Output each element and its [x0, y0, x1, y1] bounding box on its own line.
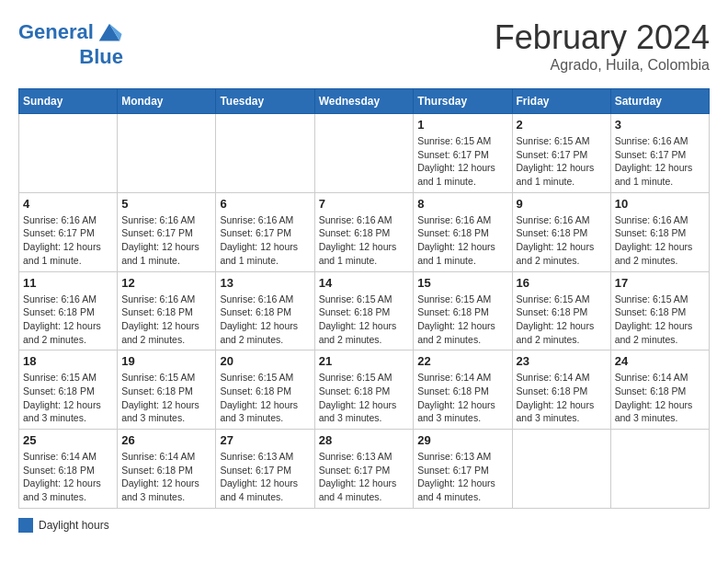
calendar-cell: 22Sunrise: 6:14 AMSunset: 6:18 PMDayligh…	[414, 350, 512, 430]
calendar-week-2: 4Sunrise: 6:16 AMSunset: 6:17 PMDaylight…	[19, 192, 710, 271]
day-number: 22	[417, 354, 507, 368]
day-info: Sunrise: 6:14 AMSunset: 6:18 PMDaylight:…	[615, 371, 705, 425]
calendar-header-row: SundayMondayTuesdayWednesdayThursdayFrid…	[19, 89, 710, 114]
calendar-cell: 9Sunrise: 6:16 AMSunset: 6:18 PMDaylight…	[512, 192, 610, 271]
calendar-cell: 23Sunrise: 6:14 AMSunset: 6:18 PMDayligh…	[512, 350, 610, 430]
day-number: 25	[23, 433, 113, 447]
calendar-cell: 3Sunrise: 6:16 AMSunset: 6:17 PMDaylight…	[610, 114, 709, 193]
day-info: Sunrise: 6:15 AMSunset: 6:17 PMDaylight:…	[517, 134, 607, 189]
day-info: Sunrise: 6:16 AMSunset: 6:17 PMDaylight:…	[23, 213, 113, 268]
day-number: 29	[417, 433, 507, 447]
day-info: Sunrise: 6:16 AMSunset: 6:18 PMDaylight:…	[417, 213, 507, 268]
logo: General Blue	[18, 18, 123, 68]
calendar-cell: 5Sunrise: 6:16 AMSunset: 6:17 PMDaylight…	[118, 192, 216, 271]
day-number: 21	[319, 354, 410, 368]
legend: Daylight hours	[18, 518, 710, 533]
calendar-cell: 25Sunrise: 6:14 AMSunset: 6:18 PMDayligh…	[19, 430, 118, 509]
calendar-cell: 28Sunrise: 6:13 AMSunset: 6:17 PMDayligh…	[314, 430, 414, 509]
day-info: Sunrise: 6:15 AMSunset: 6:18 PMDaylight:…	[319, 293, 410, 347]
day-number: 13	[220, 276, 310, 290]
day-number: 19	[121, 354, 211, 368]
day-info: Sunrise: 6:16 AMSunset: 6:17 PMDaylight:…	[121, 213, 211, 268]
day-number: 28	[319, 433, 410, 447]
day-info: Sunrise: 6:13 AMSunset: 6:17 PMDaylight:…	[319, 450, 410, 504]
day-number: 9	[517, 197, 607, 211]
calendar-cell: 21Sunrise: 6:15 AMSunset: 6:18 PMDayligh…	[314, 350, 414, 430]
title-block: February 2024 Agrado, Huila, Colombia	[495, 18, 710, 74]
month-title: February 2024	[495, 18, 710, 57]
calendar-week-1: 1Sunrise: 6:15 AMSunset: 6:17 PMDaylight…	[19, 114, 710, 193]
calendar-cell	[19, 114, 118, 193]
day-info: Sunrise: 6:14 AMSunset: 6:18 PMDaylight:…	[417, 371, 507, 425]
day-info: Sunrise: 6:15 AMSunset: 6:18 PMDaylight:…	[23, 371, 113, 425]
calendar-cell: 24Sunrise: 6:14 AMSunset: 6:18 PMDayligh…	[610, 350, 709, 430]
day-number: 2	[517, 118, 607, 132]
day-info: Sunrise: 6:16 AMSunset: 6:18 PMDaylight:…	[517, 213, 607, 268]
day-number: 10	[615, 197, 705, 211]
legend-label: Daylight hours	[39, 519, 109, 532]
day-info: Sunrise: 6:13 AMSunset: 6:17 PMDaylight:…	[417, 450, 507, 504]
day-info: Sunrise: 6:16 AMSunset: 6:18 PMDaylight:…	[23, 293, 113, 347]
day-info: Sunrise: 6:15 AMSunset: 6:18 PMDaylight:…	[121, 371, 211, 425]
calendar-cell: 27Sunrise: 6:13 AMSunset: 6:17 PMDayligh…	[216, 430, 314, 509]
day-number: 27	[220, 433, 310, 447]
calendar-header-friday: Friday	[512, 89, 610, 114]
day-number: 12	[121, 276, 211, 290]
calendar-cell: 20Sunrise: 6:15 AMSunset: 6:18 PMDayligh…	[216, 350, 314, 430]
day-info: Sunrise: 6:13 AMSunset: 6:17 PMDaylight:…	[220, 450, 310, 504]
calendar-header-thursday: Thursday	[414, 89, 512, 114]
day-number: 3	[615, 118, 705, 132]
calendar-cell: 15Sunrise: 6:15 AMSunset: 6:18 PMDayligh…	[414, 271, 512, 350]
day-info: Sunrise: 6:16 AMSunset: 6:18 PMDaylight:…	[121, 293, 211, 347]
calendar-table: SundayMondayTuesdayWednesdayThursdayFrid…	[18, 88, 710, 509]
calendar-cell: 1Sunrise: 6:15 AMSunset: 6:17 PMDaylight…	[414, 114, 512, 193]
day-info: Sunrise: 6:14 AMSunset: 6:18 PMDaylight:…	[517, 371, 607, 425]
calendar-cell: 29Sunrise: 6:13 AMSunset: 6:17 PMDayligh…	[414, 430, 512, 509]
day-info: Sunrise: 6:14 AMSunset: 6:18 PMDaylight:…	[121, 450, 211, 504]
logo-icon	[96, 18, 123, 46]
day-info: Sunrise: 6:16 AMSunset: 6:17 PMDaylight:…	[615, 134, 705, 189]
day-info: Sunrise: 6:15 AMSunset: 6:18 PMDaylight:…	[319, 371, 410, 425]
calendar-cell: 18Sunrise: 6:15 AMSunset: 6:18 PMDayligh…	[19, 350, 118, 430]
day-info: Sunrise: 6:15 AMSunset: 6:18 PMDaylight:…	[417, 293, 507, 347]
calendar-cell: 6Sunrise: 6:16 AMSunset: 6:17 PMDaylight…	[216, 192, 314, 271]
day-number: 4	[23, 197, 113, 211]
page-header: General Blue February 2024 Agrado, Huila…	[18, 18, 710, 74]
calendar-cell	[118, 114, 216, 193]
day-number: 1	[417, 118, 507, 132]
calendar-cell	[314, 114, 414, 193]
calendar-cell: 2Sunrise: 6:15 AMSunset: 6:17 PMDaylight…	[512, 114, 610, 193]
day-info: Sunrise: 6:16 AMSunset: 6:17 PMDaylight:…	[220, 213, 310, 268]
calendar-header-monday: Monday	[118, 89, 216, 114]
day-number: 20	[220, 354, 310, 368]
calendar-cell: 19Sunrise: 6:15 AMSunset: 6:18 PMDayligh…	[118, 350, 216, 430]
day-number: 11	[23, 276, 113, 290]
calendar-cell: 10Sunrise: 6:16 AMSunset: 6:18 PMDayligh…	[610, 192, 709, 271]
calendar-cell: 14Sunrise: 6:15 AMSunset: 6:18 PMDayligh…	[314, 271, 414, 350]
day-number: 6	[220, 197, 310, 211]
calendar-cell	[610, 430, 709, 509]
calendar-cell: 16Sunrise: 6:15 AMSunset: 6:18 PMDayligh…	[512, 271, 610, 350]
calendar-week-4: 18Sunrise: 6:15 AMSunset: 6:18 PMDayligh…	[19, 350, 710, 430]
calendar-cell: 8Sunrise: 6:16 AMSunset: 6:18 PMDaylight…	[414, 192, 512, 271]
legend-box	[18, 518, 33, 533]
day-number: 7	[319, 197, 410, 211]
day-number: 14	[319, 276, 410, 290]
calendar-cell: 17Sunrise: 6:15 AMSunset: 6:18 PMDayligh…	[610, 271, 709, 350]
calendar-cell: 4Sunrise: 6:16 AMSunset: 6:17 PMDaylight…	[19, 192, 118, 271]
day-number: 23	[517, 354, 607, 368]
calendar-week-5: 25Sunrise: 6:14 AMSunset: 6:18 PMDayligh…	[19, 430, 710, 509]
day-number: 24	[615, 354, 705, 368]
day-number: 18	[23, 354, 113, 368]
logo-text: General	[18, 21, 94, 43]
day-number: 5	[121, 197, 211, 211]
day-info: Sunrise: 6:16 AMSunset: 6:18 PMDaylight:…	[319, 213, 410, 268]
day-number: 15	[417, 276, 507, 290]
calendar-week-3: 11Sunrise: 6:16 AMSunset: 6:18 PMDayligh…	[19, 271, 710, 350]
logo-blue-text: Blue	[79, 46, 123, 68]
day-info: Sunrise: 6:16 AMSunset: 6:18 PMDaylight:…	[220, 293, 310, 347]
calendar-header-saturday: Saturday	[610, 89, 709, 114]
day-number: 17	[615, 276, 705, 290]
calendar-header-wednesday: Wednesday	[314, 89, 414, 114]
day-info: Sunrise: 6:14 AMSunset: 6:18 PMDaylight:…	[23, 450, 113, 504]
